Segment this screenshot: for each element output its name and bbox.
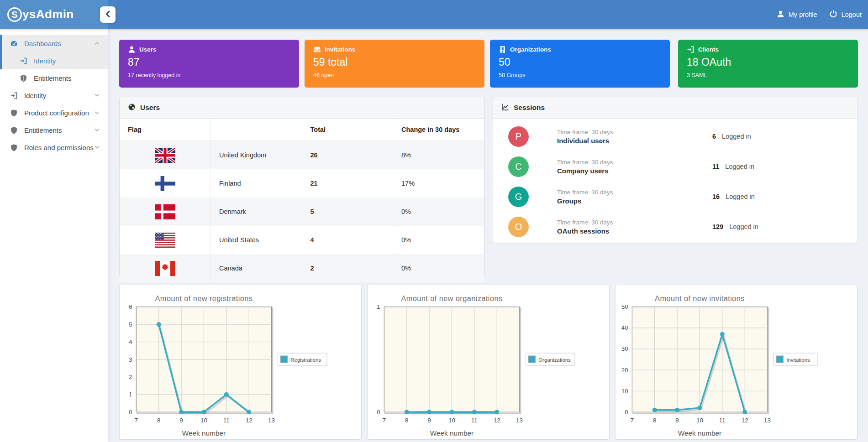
sign-in-icon [19, 57, 28, 65]
session-avatar: P [508, 126, 529, 147]
session-timeframe: Time frame: 30 days [557, 129, 613, 135]
svg-text:40: 40 [621, 324, 628, 331]
flag-united-kingdom [155, 148, 175, 163]
chevron-up-icon [95, 42, 100, 45]
users-panel-title: Users [140, 104, 160, 112]
users-panel: Users FlagTotalChange in 30 days United … [119, 97, 484, 276]
stat-card-value: 50 [499, 56, 661, 68]
stat-card-subtext: 17 recently logged in [128, 72, 290, 78]
session-row-groups: G Time frame: 30 days Groups 16 Logged i… [493, 182, 857, 212]
building-icon [499, 46, 506, 53]
svg-text:Invitations: Invitations [786, 357, 810, 363]
flag-finland [155, 176, 175, 191]
chart-panel-amount-of-new-organizations: Amount of new organizations0178910111213… [367, 285, 610, 440]
chevron-down-icon [95, 94, 100, 97]
flag-denmark [155, 204, 175, 219]
session-count: 6 [712, 133, 716, 140]
sidebar-item-product-configuration[interactable]: Product configuration [0, 104, 108, 121]
svg-text:Amount of new invitations: Amount of new invitations [655, 294, 745, 302]
svg-text:7: 7 [383, 417, 386, 424]
sidebar-collapse-button[interactable] [100, 6, 116, 23]
users-table-col-header: Change in 30 days [393, 119, 484, 141]
change-cell: 0% [393, 198, 484, 226]
svg-text:11: 11 [471, 417, 478, 424]
svg-text:9: 9 [675, 417, 679, 424]
svg-text:Amount of new organizations: Amount of new organizations [401, 294, 502, 302]
country-cell: United States [211, 226, 302, 254]
svg-text:Organizations: Organizations [538, 357, 571, 363]
logout-link[interactable]: Logout [829, 10, 862, 19]
stat-card-organizations: Organizations 50 58 Groups [490, 40, 670, 88]
main-content: Users 87 17 recently logged in Invitatio… [108, 29, 868, 442]
stat-card-subtext: 46 open [313, 72, 476, 78]
line-chart-amount-of-new-organizations: Amount of new organizations0178910111213… [368, 285, 609, 439]
sidebar-item-dashboards[interactable]: Dashboards [0, 35, 108, 52]
navbar-actions: My profile Logout [777, 0, 862, 29]
sessions-panel-title: Sessions [514, 104, 545, 112]
tachometer-icon [9, 40, 18, 47]
svg-text:0: 0 [129, 409, 132, 416]
total-cell: 26 [302, 141, 393, 170]
svg-text:50: 50 [621, 303, 628, 310]
users-table-row: Finland 21 17% [120, 169, 484, 198]
sidebar-item-identity[interactable]: Identity [0, 52, 108, 69]
user-icon [128, 46, 136, 53]
svg-text:7: 7 [135, 417, 138, 424]
stat-card-subtext: 58 Groups [499, 72, 661, 78]
sign-in-icon [687, 46, 694, 53]
sidebar-menu: Dashboards Identity Entitlements Identit… [0, 35, 108, 156]
svg-text:1: 1 [377, 303, 380, 310]
svg-text:4: 4 [129, 338, 132, 345]
stat-card-label: Clients [698, 46, 719, 53]
svg-text:0: 0 [625, 409, 628, 416]
chevron-down-icon [95, 146, 100, 149]
chart-line-icon [501, 103, 509, 113]
change-cell: 0% [393, 226, 484, 254]
sessions-rows: P Time frame: 30 days Individual users 6… [493, 119, 857, 242]
stat-card-value: 59 total [313, 56, 476, 68]
inbox-icon [313, 46, 321, 53]
svg-text:13: 13 [268, 417, 275, 424]
flag-united-states [155, 233, 175, 248]
sidebar-item-entitlements[interactable]: Entitlements [0, 121, 108, 139]
svg-text:12: 12 [494, 417, 500, 424]
country-cell: Canada [211, 254, 302, 282]
svg-text:Amount of new registrations: Amount of new registrations [155, 294, 253, 302]
session-row-oauth-sessions: O Time frame: 30 days OAuth sessions 129… [493, 212, 857, 242]
session-count: 129 [712, 223, 723, 230]
users-table-row: Denmark 5 0% [120, 198, 484, 226]
svg-text:10: 10 [200, 417, 207, 424]
session-row-individual-users: P Time frame: 30 days Individual users 6… [493, 121, 857, 151]
svg-text:8: 8 [653, 417, 656, 424]
stat-card-users: Users 87 17 recently logged in [119, 40, 299, 88]
session-status: Logged in [725, 163, 754, 170]
power-icon [829, 10, 837, 19]
users-table-col-header: Total [302, 119, 393, 141]
shield-icon [9, 126, 18, 134]
brand-text: ysAdmin [22, 7, 74, 21]
svg-text:2: 2 [129, 374, 132, 380]
svg-text:Week number: Week number [678, 429, 722, 437]
line-chart-amount-of-new-invitations: Amount of new invitations010203040507891… [615, 285, 857, 439]
svg-text:Week number: Week number [430, 429, 474, 437]
session-count: 11 [712, 163, 719, 170]
sidebar-item-identity[interactable]: Identity [0, 87, 108, 104]
user-icon [777, 10, 784, 19]
sign-in-icon [9, 92, 18, 99]
sidebar-item-entitlements[interactable]: Entitlements [0, 69, 108, 87]
session-avatar: C [508, 156, 529, 177]
globe-icon [128, 103, 136, 113]
total-cell: 4 [302, 226, 393, 254]
sidebar-item-roles-and-permissions[interactable]: Roles and permissions [0, 139, 108, 156]
session-name: Individual users [557, 137, 613, 145]
session-avatar: G [508, 187, 529, 207]
svg-text:30: 30 [621, 345, 628, 352]
svg-text:10: 10 [448, 417, 455, 424]
session-avatar: O [508, 217, 529, 237]
my-profile-link[interactable]: My profile [777, 10, 817, 19]
stat-card-subtext: 3 SAML [687, 72, 849, 78]
session-status: Logged in [726, 193, 755, 200]
chevron-left-icon [104, 10, 112, 19]
shield-icon [19, 74, 28, 82]
users-table-row: United Kingdom 26 8% [120, 141, 484, 170]
